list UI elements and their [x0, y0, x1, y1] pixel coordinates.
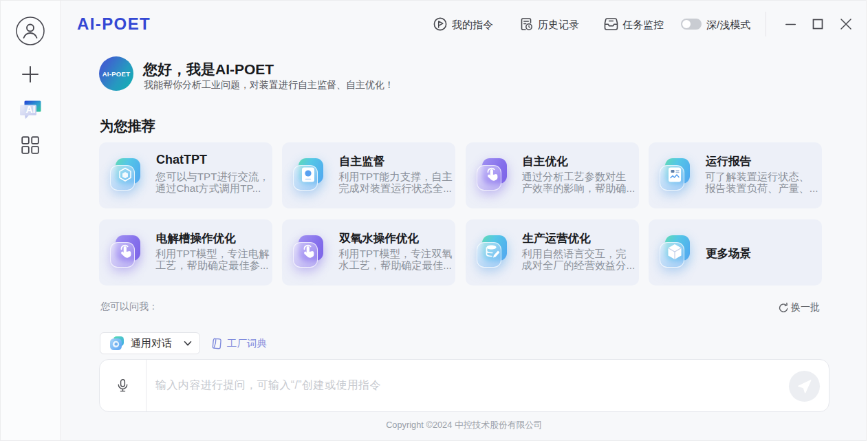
svg-text:AI: AI: [26, 104, 36, 115]
